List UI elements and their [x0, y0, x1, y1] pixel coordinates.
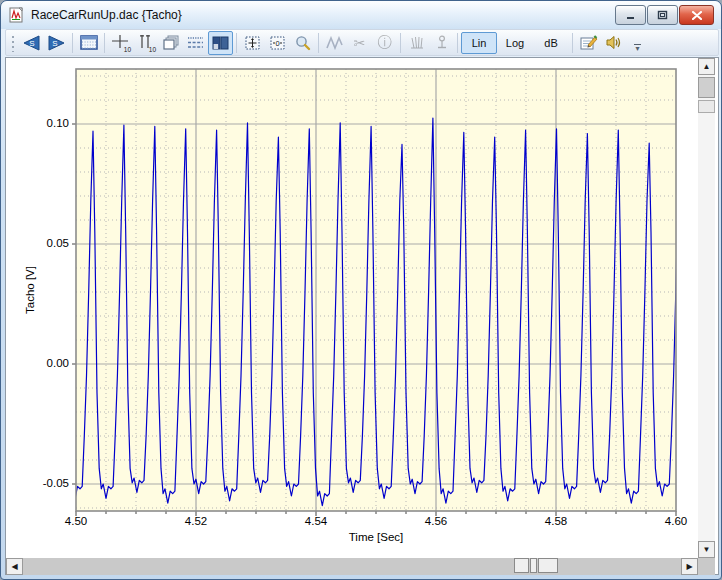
close-button[interactable] — [679, 5, 714, 25]
toolbar-separator — [318, 33, 319, 53]
audio-replay-button[interactable] — [601, 31, 626, 55]
db-scale-button[interactable]: dB — [533, 32, 569, 54]
x-tick-label: 4.52 — [174, 515, 218, 527]
toolbar-separator — [104, 33, 105, 53]
expand-scale-button[interactable] — [240, 31, 265, 55]
window-title: RaceCarRunUp.dac {Tacho} — [31, 8, 182, 22]
toolbar-separator — [400, 33, 401, 53]
restore-button[interactable] — [647, 5, 678, 25]
plot-area[interactable] — [71, 64, 683, 519]
next-dataset-button[interactable]: S — [44, 31, 69, 55]
svg-text:S: S — [52, 39, 57, 48]
x-tick-label: 4.54 — [294, 515, 338, 527]
x-tick-label: 4.56 — [414, 515, 458, 527]
annotate-button[interactable] — [576, 31, 601, 55]
y-tick-label: 0.00 — [27, 357, 69, 369]
toolbar-overflow-button[interactable]: ▾ — [634, 44, 641, 52]
scroll-down-icon: ▼ — [703, 546, 711, 554]
autoscale-zero-button[interactable]: 0 — [265, 31, 290, 55]
scroll-right-icon: ▶ — [686, 563, 692, 571]
restore-icon — [657, 10, 668, 20]
x-tick-label: 4.50 — [54, 515, 98, 527]
x-tick-label: 4.58 — [534, 515, 578, 527]
toolbar-separator — [457, 33, 458, 53]
arrow-left-s-icon: S — [22, 35, 41, 51]
toolbar-separator — [572, 33, 573, 53]
vertical-cursors-button[interactable]: 10 — [133, 31, 158, 55]
app-document-icon — [9, 7, 25, 23]
table-icon — [80, 35, 98, 50]
crosshair-cursor-button[interactable]: 10 — [108, 31, 133, 55]
minimize-button[interactable] — [615, 5, 646, 25]
titlebar[interactable]: RaceCarRunUp.dac {Tacho} — [1, 1, 721, 29]
note-pen-icon — [580, 35, 598, 51]
x-tick-label: 4.60 — [654, 515, 698, 527]
overflow-chevron-icon: ▾ — [635, 44, 639, 53]
speaker-icon — [605, 35, 622, 50]
zoom-button[interactable] — [290, 31, 315, 55]
two-pane-icon — [212, 36, 229, 50]
svg-text:0: 0 — [275, 39, 279, 48]
waveform-icon — [326, 36, 343, 50]
x-axis-title: Time [Sec] — [76, 531, 676, 543]
prev-dataset-button[interactable]: S — [19, 31, 44, 55]
comb-icon — [409, 36, 425, 50]
vertical-scrollbar[interactable]: ▲ ▼ — [698, 58, 715, 558]
lin-label: Lin — [472, 37, 487, 49]
single-display-button[interactable] — [208, 31, 233, 55]
cut-button[interactable]: ✂ — [347, 31, 372, 55]
lin-scale-button[interactable]: Lin — [461, 32, 497, 54]
log-scale-button[interactable]: Log — [497, 32, 533, 54]
dashed-traces-button[interactable] — [183, 31, 208, 55]
arrow-right-s-icon: S — [47, 35, 66, 51]
scroll-right-button[interactable]: ▶ — [681, 558, 698, 575]
v-scroll-thumb-extension[interactable] — [698, 100, 715, 113]
log-label: Log — [506, 37, 524, 49]
expand-marquee-icon — [244, 35, 261, 51]
scissors-icon: ✂ — [354, 35, 366, 51]
y-tick-label: -0.05 — [27, 477, 69, 489]
minimize-icon — [626, 11, 636, 20]
magnifier-icon — [294, 35, 311, 51]
info-button[interactable]: ⓘ — [372, 31, 397, 55]
data-grid-button[interactable] — [76, 31, 101, 55]
mdi-child-window: RaceCarRunUp.dac {Tacho} — [0, 0, 722, 580]
db-label: dB — [544, 37, 557, 49]
toolbar-separator — [236, 33, 237, 53]
cursor-badge: 10 — [149, 47, 156, 53]
waveform-edit-button[interactable] — [322, 31, 347, 55]
scroll-left-button[interactable]: ◀ — [6, 558, 23, 575]
scroll-up-button[interactable]: ▲ — [698, 58, 715, 75]
toolbar-separator — [72, 33, 73, 53]
scrollbar-corner — [698, 558, 715, 575]
v-scroll-thumb[interactable] — [698, 77, 715, 98]
scroll-up-icon: ▲ — [703, 63, 711, 71]
probe-icon — [435, 35, 449, 50]
scroll-down-button[interactable]: ▼ — [698, 541, 715, 558]
probe-button[interactable] — [429, 31, 454, 55]
svg-text:S: S — [29, 39, 34, 48]
y-axis-title: Tacho [V] — [24, 266, 36, 314]
h-scroll-thumb[interactable] — [514, 558, 558, 575]
y-tick-label: 0.10 — [27, 117, 69, 129]
comb-filter-button[interactable] — [404, 31, 429, 55]
info-icon: ⓘ — [378, 34, 392, 52]
zero-marquee-icon: 0 — [269, 35, 286, 51]
dashed-lines-icon — [187, 36, 204, 49]
scroll-left-icon: ◀ — [11, 563, 17, 571]
cascade-panes-button[interactable] — [158, 31, 183, 55]
y-tick-label: 0.05 — [27, 237, 69, 249]
cursor-badge: 10 — [124, 47, 131, 53]
toolbar-grip[interactable] — [10, 34, 17, 52]
cascade-icon — [162, 35, 179, 50]
horizontal-scrollbar[interactable]: ◀ ▶ — [6, 558, 698, 575]
close-icon — [692, 11, 702, 20]
toolbar: S S 10 — [5, 29, 719, 56]
